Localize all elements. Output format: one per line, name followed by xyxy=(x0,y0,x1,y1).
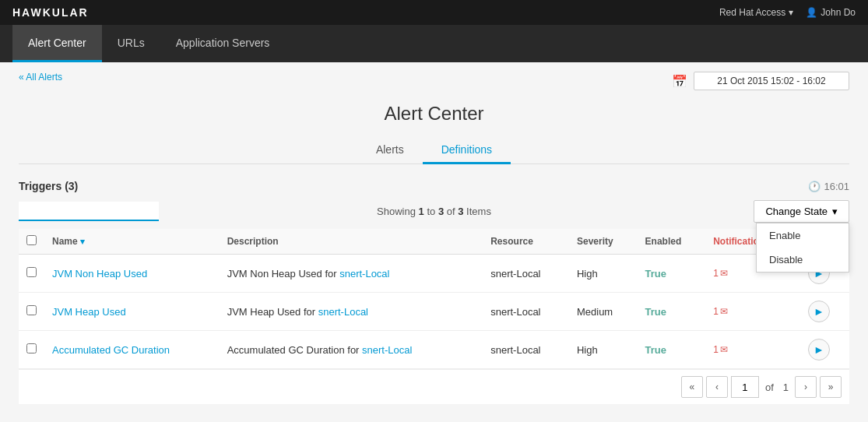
showing-start: 1 xyxy=(419,206,424,217)
date-bar: 📅 21 Oct 2015 15:02 - 16:02 xyxy=(672,72,849,90)
pagination-row: « ‹ of 1 › » xyxy=(19,369,849,404)
table-row: Accumulated GC Duration Accumulated GC D… xyxy=(19,331,849,369)
back-link[interactable]: « All Alerts xyxy=(19,72,62,83)
time-display: 🕐 16:01 xyxy=(808,181,849,192)
row1-severity: High xyxy=(569,255,638,293)
col-header-enabled: Enabled xyxy=(638,229,706,255)
tab-alerts[interactable]: Alerts xyxy=(357,137,423,164)
user-icon: 👤 xyxy=(806,7,817,18)
row3-notifications: 1 ✉ xyxy=(705,331,800,369)
tabs: Alerts Definitions xyxy=(19,137,849,164)
dropdown-enable[interactable]: Enable xyxy=(757,223,849,248)
pagination-last-button[interactable]: » xyxy=(820,376,842,398)
col-header-description: Description xyxy=(220,229,483,255)
row3-mail-icon: ✉ xyxy=(720,344,728,355)
clock-icon: 🕐 xyxy=(808,181,821,192)
toolbar-row: Showing 1 to 3 of 3 Items Change State ▾… xyxy=(19,200,849,223)
pagination-of-text: of xyxy=(762,382,777,393)
pagination-prev-button[interactable]: ‹ xyxy=(706,376,728,398)
row3-detail-button[interactable]: ► xyxy=(808,339,830,360)
row2-name: JVM Heap Used xyxy=(44,293,220,331)
section-header: Triggers (3) 🕐 16:01 xyxy=(19,180,849,192)
table-row: JVM Non Heap Used JVM Non Heap Used for … xyxy=(19,255,849,293)
date-range-input[interactable]: 21 Oct 2015 15:02 - 16:02 xyxy=(694,72,849,90)
top-bar-right: Red Hat Access ▾ 👤 John Do xyxy=(719,7,856,18)
row3-checkbox-cell xyxy=(19,331,44,369)
row2-action: ► xyxy=(800,293,849,331)
redhat-chevron-icon: ▾ xyxy=(789,7,793,18)
page-title: Alert Center xyxy=(19,103,849,125)
row1-description: JVM Non Heap Used for snert-Local xyxy=(220,255,483,293)
change-state-container: Change State ▾ Enable Disable xyxy=(754,200,849,223)
calendar-icon: 📅 xyxy=(672,74,687,89)
col-header-resource: Resource xyxy=(483,229,569,255)
row1-checkbox[interactable] xyxy=(26,267,37,277)
row1-checkbox-cell xyxy=(19,255,44,293)
row1-resource: snert-Local xyxy=(483,255,569,293)
name-sort-icon: ▾ xyxy=(80,237,85,246)
pagination-total: 1 xyxy=(780,382,792,393)
data-table: Name ▾ Description Resource Severity Ena… xyxy=(19,229,849,369)
showing-text: Showing 1 to 3 of 3 Items xyxy=(377,206,491,217)
row1-enabled: True xyxy=(638,255,706,293)
row3-severity: High xyxy=(569,331,638,369)
change-state-chevron-icon: ▾ xyxy=(832,206,838,217)
nav-urls[interactable]: URLs xyxy=(102,25,160,62)
change-state-button[interactable]: Change State ▾ xyxy=(754,200,849,223)
table-row: JVM Heap Used JVM Heap Used for snert-Lo… xyxy=(19,293,849,331)
row1-name: JVM Non Heap Used xyxy=(44,255,220,293)
row2-checkbox-cell xyxy=(19,293,44,331)
col-header-checkbox xyxy=(19,229,44,255)
page-number-input[interactable] xyxy=(731,376,759,398)
row2-mail-icon: ✉ xyxy=(720,306,728,317)
dropdown-menu: Enable Disable xyxy=(756,223,849,273)
page-content: « All Alerts 📅 21 Oct 2015 15:02 - 16:02… xyxy=(0,62,868,422)
time-label: 16:01 xyxy=(824,181,849,192)
change-state-label: Change State xyxy=(765,206,828,217)
section-title: Triggers (3) xyxy=(19,180,78,192)
redhat-access-menu[interactable]: Red Hat Access ▾ xyxy=(719,7,793,18)
row2-resource: snert-Local xyxy=(483,293,569,331)
logo: HAWKULAR xyxy=(12,6,89,19)
col-header-severity: Severity xyxy=(569,229,638,255)
showing-end: 3 xyxy=(438,206,444,217)
row2-checkbox[interactable] xyxy=(26,305,37,315)
row2-severity: Medium xyxy=(569,293,638,331)
redhat-access-label: Red Hat Access xyxy=(719,7,785,18)
row2-notifications: 1 ✉ xyxy=(705,293,800,331)
search-input[interactable] xyxy=(19,202,159,221)
row3-action: ► xyxy=(800,331,849,369)
main-nav: Alert Center URLs Application Servers xyxy=(0,25,868,62)
row2-enabled: True xyxy=(638,293,706,331)
dropdown-disable[interactable]: Disable xyxy=(757,248,849,272)
row3-checkbox[interactable] xyxy=(26,343,37,353)
row2-detail-button[interactable]: ► xyxy=(808,301,830,322)
nav-alert-center[interactable]: Alert Center xyxy=(12,25,102,62)
row3-enabled: True xyxy=(638,331,706,369)
row3-name: Accumulated GC Duration xyxy=(44,331,220,369)
nav-app-servers[interactable]: Application Servers xyxy=(160,25,286,62)
showing-total: 3 xyxy=(458,206,463,217)
row3-resource: snert-Local xyxy=(483,331,569,369)
user-menu[interactable]: 👤 John Do xyxy=(806,7,856,18)
row3-description: Accumulated GC Duration for snert-Local xyxy=(220,331,483,369)
row1-mail-icon: ✉ xyxy=(720,268,728,279)
top-bar: HAWKULAR Red Hat Access ▾ 👤 John Do xyxy=(0,0,868,25)
tab-definitions[interactable]: Definitions xyxy=(423,137,511,164)
user-label: John Do xyxy=(821,7,856,18)
select-all-checkbox[interactable] xyxy=(26,235,37,245)
col-header-name[interactable]: Name ▾ xyxy=(44,229,220,255)
pagination-next-button[interactable]: › xyxy=(795,376,817,398)
pagination-first-button[interactable]: « xyxy=(681,376,703,398)
row2-description: JVM Heap Used for snert-Local xyxy=(220,293,483,331)
